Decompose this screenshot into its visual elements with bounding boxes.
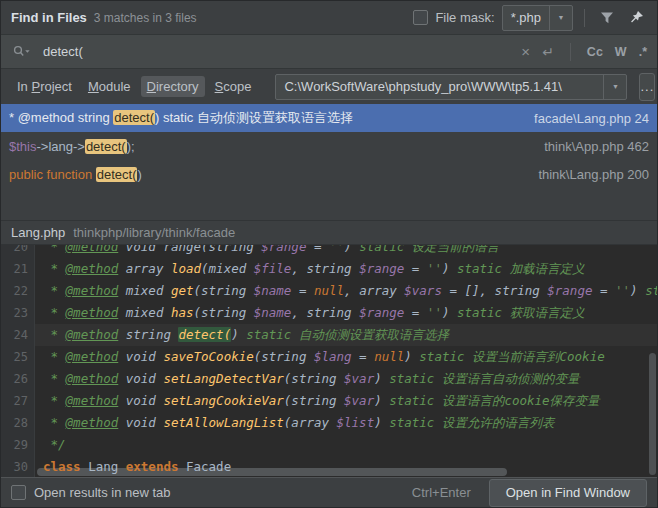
dialog-header: Find in Files 3 matches in 3 files File … [1, 1, 657, 34]
scope-tab-scope[interactable]: Scope [209, 76, 258, 97]
pin-icon[interactable] [625, 7, 647, 29]
line-number: 30 [1, 456, 35, 477]
code-text: */ [35, 434, 657, 456]
directory-path-combobox[interactable]: C:\WorkSoftWare\phpstudy_pro\WWW\tp5.1.4… [275, 74, 627, 100]
vertical-scrollbar[interactable] [649, 353, 656, 475]
code-line[interactable]: 21 * @method array load(mixed $file, str… [1, 258, 657, 280]
result-file-ref: think\App.php 462 [532, 139, 649, 154]
divider [584, 9, 585, 27]
scope-tab-module[interactable]: Module [82, 76, 137, 97]
code-line[interactable]: 25 * @method void saveToCookie(string $l… [1, 346, 657, 368]
new-line-icon[interactable]: ↵ [542, 45, 554, 59]
code-line[interactable]: 26 * @method void setLangDetectVar(strin… [1, 368, 657, 390]
browse-directory-button[interactable]: ... [639, 73, 655, 101]
result-file-ref: think\Lang.php 200 [526, 167, 649, 182]
file-mask-combobox[interactable]: *.php ▼ [502, 5, 573, 31]
scope-tab-in-project[interactable]: In Project [11, 76, 78, 97]
code-text: * @method array load(mixed $file, string… [35, 258, 657, 280]
filter-icon[interactable] [596, 7, 618, 29]
line-number: 25 [1, 346, 35, 368]
search-history-icon[interactable] [11, 41, 33, 63]
file-mask-checkbox[interactable] [413, 10, 428, 25]
result-row[interactable]: $this->lang->detect(); think\App.php 462 [1, 132, 657, 160]
code-preview-editor[interactable]: 20 * @method void range(string $range = … [1, 244, 657, 477]
find-in-files-dialog: Find in Files 3 matches in 3 files File … [0, 0, 658, 508]
code-text: * @method string detect() static 自动侦测设置获… [35, 324, 657, 346]
code-text: * @method mixed has(string $name, string… [35, 302, 657, 324]
whole-words-toggle[interactable]: W [615, 45, 627, 59]
search-field-row[interactable]: detect( × ↵ Cc W .* [1, 34, 657, 69]
result-text: $this->lang->detect(); [9, 139, 135, 154]
line-number: 21 [1, 258, 35, 280]
directory-dropdown-arrow-icon[interactable]: ▼ [603, 75, 626, 99]
code-line[interactable]: 22 * @method mixed get(string $name = nu… [1, 280, 657, 302]
scope-toolbar: In Project Module Directory Scope C:\Wor… [1, 69, 657, 104]
code-text: * @method void setLangCookieVar(string $… [35, 390, 657, 412]
scope-tab-directory[interactable]: Directory [141, 76, 205, 97]
code-line[interactable]: 29 */ [1, 434, 657, 456]
code-line[interactable]: 30class Lang extends Facade [1, 456, 657, 477]
open-results-new-tab-checkbox[interactable] [11, 485, 26, 500]
code-line[interactable]: 27 * @method void setLangCookieVar(strin… [1, 390, 657, 412]
line-number: 26 [1, 368, 35, 390]
match-case-toggle[interactable]: Cc [587, 45, 603, 59]
clear-search-icon[interactable]: × [521, 44, 530, 59]
preview-header: Lang.php thinkphp/library/think/facade [1, 220, 657, 244]
file-mask-dropdown-arrow-icon[interactable]: ▼ [549, 6, 572, 30]
preview-file-name: Lang.php [11, 225, 65, 240]
file-mask-label: File mask: [435, 10, 494, 25]
dialog-title: Find in Files [11, 10, 87, 25]
code-text: * @method mixed get(string $name = null,… [35, 280, 657, 302]
regex-toggle[interactable]: .* [639, 45, 647, 59]
code-text: class Lang extends Facade [35, 456, 657, 477]
search-input[interactable]: detect( [43, 44, 83, 59]
open-in-find-window-button[interactable]: Open in Find Window [489, 479, 647, 507]
code-line[interactable]: 23 * @method mixed has(string $name, str… [1, 302, 657, 324]
line-number: 27 [1, 390, 35, 412]
result-text: * @method string detect() static 自动侦测设置获… [9, 109, 353, 127]
code-line[interactable]: 20 * @method void range(string $range = … [1, 244, 657, 258]
results-list: * @method string detect() static 自动侦测设置获… [1, 104, 657, 220]
line-number: 28 [1, 412, 35, 434]
line-number: 24 [1, 324, 35, 346]
dialog-footer: Open results in new tab Ctrl+Enter Open … [1, 477, 657, 507]
line-number: 20 [1, 244, 35, 258]
divider [570, 43, 571, 61]
line-number: 29 [1, 434, 35, 456]
preview-file-path: thinkphp/library/think/facade [73, 225, 235, 240]
line-number: 22 [1, 280, 35, 302]
result-row[interactable]: public function detect() think\Lang.php … [1, 160, 657, 188]
directory-path-value[interactable]: C:\WorkSoftWare\phpstudy_pro\WWW\tp5.1.4… [276, 79, 603, 94]
code-line[interactable]: 24 * @method string detect() static 自动侦测… [1, 324, 657, 346]
code-text: * @method void saveToCookie(string $lang… [35, 346, 657, 368]
open-results-new-tab-label: Open results in new tab [34, 485, 171, 500]
code-lines: 20 * @method void range(string $range = … [1, 244, 657, 477]
line-number: 23 [1, 302, 35, 324]
shortcut-hint: Ctrl+Enter [412, 485, 471, 500]
code-text: * @method void setLangDetectVar(string $… [35, 368, 657, 390]
result-file-ref: facade\Lang.php 24 [522, 111, 649, 126]
result-text: public function detect() [9, 167, 142, 182]
code-text: * @method void range(string $range = '')… [35, 244, 657, 258]
file-mask-value: *.php [503, 10, 549, 25]
result-row[interactable]: * @method string detect() static 自动侦测设置获… [1, 104, 657, 132]
code-line[interactable]: 28 * @method void setAllowLangList(array… [1, 412, 657, 434]
match-summary: 3 matches in 3 files [94, 11, 197, 25]
code-text: * @method void setAllowLangList(array $l… [35, 412, 657, 434]
